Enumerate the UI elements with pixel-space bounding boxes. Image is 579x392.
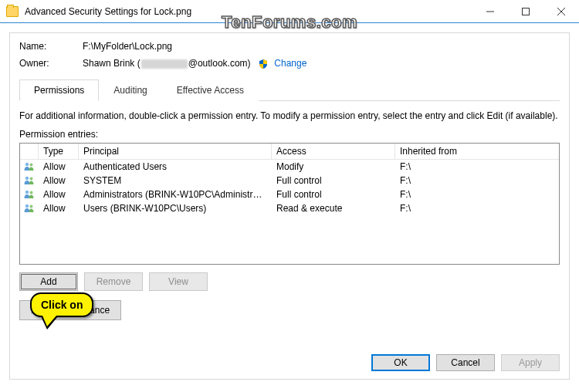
window-controls	[472, 0, 579, 22]
col-principal[interactable]: Principal	[79, 144, 272, 159]
cell-principal: Users (BRINK-W10PC\Users)	[79, 203, 272, 214]
tab-strip: Permissions Auditing Effective Access	[19, 79, 560, 101]
users-icon	[20, 203, 39, 214]
owner-label: Owner:	[19, 58, 83, 69]
users-icon	[20, 175, 39, 186]
col-access[interactable]: Access	[272, 144, 395, 159]
entry-buttons: Add Remove View	[19, 272, 560, 291]
svg-point-9	[30, 191, 33, 194]
remove-button: Remove	[84, 272, 143, 291]
cell-access: Read & execute	[272, 203, 395, 214]
shield-icon	[258, 59, 269, 69]
ok-button[interactable]: OK	[371, 354, 430, 371]
table-row[interactable]: AllowUsers (BRINK-W10PC\Users)Read & exe…	[20, 201, 559, 215]
svg-point-6	[25, 177, 29, 180]
svg-rect-1	[523, 8, 530, 15]
svg-point-10	[25, 204, 29, 208]
svg-point-5	[30, 163, 33, 166]
cell-access: Full control	[272, 189, 395, 200]
info-text: For additional information, double-click…	[19, 110, 560, 121]
owner-value: Shawn Brink (@outlook.com) Change	[83, 58, 306, 69]
cell-type: Allow	[39, 189, 79, 200]
col-type[interactable]: Type	[39, 144, 79, 159]
cell-inherited: F:\	[395, 175, 559, 186]
tab-auditing[interactable]: Auditing	[99, 79, 161, 101]
maximize-button[interactable]	[508, 0, 543, 22]
dialog-footer: OK Cancel Apply	[371, 354, 560, 371]
minimize-button[interactable]	[472, 0, 508, 22]
cell-principal: SYSTEM	[79, 175, 272, 186]
change-owner-link[interactable]: Change	[274, 58, 306, 69]
cancel-button[interactable]: Cancel	[436, 354, 495, 371]
tab-effective-access[interactable]: Effective Access	[162, 79, 259, 101]
cell-type: Allow	[39, 175, 79, 186]
cell-principal: Authenticated Users	[79, 161, 272, 172]
owner-name-suffix: @outlook.com)	[188, 58, 251, 69]
table-row[interactable]: AllowAdministrators (BRINK-W10PC\Adminis…	[20, 188, 559, 201]
table-row[interactable]: AllowAuthenticated UsersModifyF:\	[20, 160, 559, 174]
cell-inherited: F:\	[395, 189, 559, 200]
owner-email-redacted	[141, 59, 188, 69]
apply-button: Apply	[501, 354, 560, 371]
cell-access: Full control	[272, 175, 395, 186]
cell-type: Allow	[39, 161, 79, 172]
table-row[interactable]: AllowSYSTEMFull controlF:\	[20, 174, 559, 188]
close-button[interactable]	[543, 0, 579, 22]
cell-principal: Administrators (BRINK-W10PC\Administrat.…	[79, 189, 272, 200]
svg-point-8	[25, 191, 29, 194]
svg-point-11	[30, 204, 33, 208]
col-inherited[interactable]: Inherited from	[395, 144, 559, 159]
tab-permissions[interactable]: Permissions	[19, 79, 99, 101]
svg-point-7	[30, 177, 33, 180]
table-header: Type Principal Access Inherited from	[20, 144, 559, 160]
owner-name-prefix: Shawn Brink	[83, 58, 134, 69]
callout-annotation: Click on	[30, 292, 93, 317]
view-button: View	[149, 272, 208, 291]
window-title: Advanced Security Settings for Lock.png	[25, 6, 191, 17]
main-panel: Name: F:\MyFolder\Lock.png Owner: Shawn …	[9, 32, 570, 380]
name-row: Name: F:\MyFolder\Lock.png	[19, 41, 560, 52]
titlebar: Advanced Security Settings for Lock.png	[0, 0, 579, 23]
col-icon	[20, 144, 39, 159]
entries-label: Permission entries:	[19, 129, 560, 140]
svg-point-4	[25, 163, 29, 166]
folder-icon	[6, 6, 19, 17]
cell-inherited: F:\	[395, 161, 559, 172]
owner-row: Owner: Shawn Brink (@outlook.com) Change	[19, 58, 560, 69]
users-icon	[20, 189, 39, 200]
add-button[interactable]: Add	[19, 272, 78, 291]
cell-inherited: F:\	[395, 203, 559, 214]
name-label: Name:	[19, 41, 83, 52]
name-value: F:\MyFolder\Lock.png	[83, 41, 172, 52]
cell-access: Modify	[272, 161, 395, 172]
cell-type: Allow	[39, 203, 79, 214]
permission-entries-table[interactable]: Type Principal Access Inherited from All…	[19, 143, 560, 265]
users-icon	[20, 161, 39, 172]
